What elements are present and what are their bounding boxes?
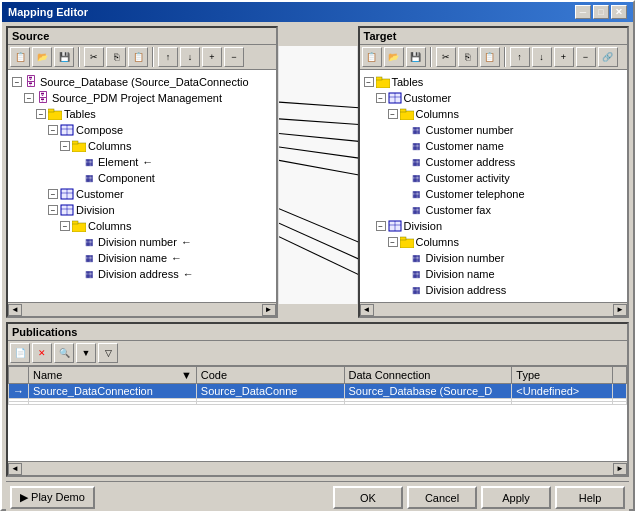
- pub-filter2-btn[interactable]: ▽: [98, 343, 118, 363]
- list-item[interactable]: − Tables: [12, 106, 272, 122]
- col-header-dataconn[interactable]: Data Connection: [344, 367, 512, 384]
- scroll-left-btn[interactable]: ◄: [360, 304, 374, 316]
- list-item[interactable]: − Compose: [12, 122, 272, 138]
- source-up-btn[interactable]: ↑: [158, 47, 178, 67]
- target-paste-btn[interactable]: 📋: [480, 47, 500, 67]
- expand-icon[interactable]: −: [60, 141, 70, 151]
- tree-node-label: Element: [98, 156, 138, 168]
- expand-icon[interactable]: −: [24, 93, 34, 103]
- list-item[interactable]: ▦ Division number: [364, 250, 624, 266]
- source-tree[interactable]: − 🗄 Source_Database (Source_DataConnecti…: [8, 70, 276, 302]
- publications-header: Publications: [8, 324, 627, 341]
- play-demo-button[interactable]: ▶ Play Demo: [10, 486, 95, 509]
- list-item[interactable]: − 🗄 Source_Database (Source_DataConnecti…: [12, 74, 272, 90]
- target-hscroll[interactable]: ◄ ►: [360, 302, 628, 316]
- pub-search-btn[interactable]: 🔍: [54, 343, 74, 363]
- source-copy-btn[interactable]: ⎘: [106, 47, 126, 67]
- tree-node-label: Customer activity: [426, 172, 510, 184]
- list-item[interactable]: − Columns: [364, 106, 624, 122]
- maximize-button[interactable]: □: [593, 5, 609, 19]
- target-link-btn[interactable]: 🔗: [598, 47, 618, 67]
- mapping-lines: [279, 46, 359, 304]
- source-collapse-btn[interactable]: −: [224, 47, 244, 67]
- target-collapse-btn[interactable]: −: [576, 47, 596, 67]
- source-hscroll[interactable]: ◄ ►: [8, 302, 276, 316]
- expand-icon[interactable]: −: [48, 125, 58, 135]
- list-item[interactable]: ▦ Division name ←: [12, 250, 272, 266]
- tree-node-label: Customer fax: [426, 204, 491, 216]
- list-item[interactable]: ▦ Customer number: [364, 122, 624, 138]
- minimize-button[interactable]: ─: [575, 5, 591, 19]
- table-row[interactable]: [9, 402, 627, 405]
- col-header-code[interactable]: Code: [196, 367, 344, 384]
- target-down-btn[interactable]: ↓: [532, 47, 552, 67]
- list-item[interactable]: ▦ Customer name: [364, 138, 624, 154]
- apply-button[interactable]: Apply: [481, 486, 551, 509]
- source-expand-btn[interactable]: +: [202, 47, 222, 67]
- list-item[interactable]: − Tables: [364, 74, 624, 90]
- list-item[interactable]: ▦ Component: [12, 170, 272, 186]
- source-cut-btn[interactable]: ✂: [84, 47, 104, 67]
- expand-icon[interactable]: −: [376, 221, 386, 231]
- source-down-btn[interactable]: ↓: [180, 47, 200, 67]
- target-up-btn[interactable]: ↑: [510, 47, 530, 67]
- list-item[interactable]: ▦ Division address ←: [12, 266, 272, 282]
- expand-icon[interactable]: −: [376, 93, 386, 103]
- scroll-right-btn[interactable]: ►: [613, 304, 627, 316]
- pub-hscroll[interactable]: ◄ ►: [8, 461, 627, 475]
- list-item[interactable]: ▦ Division address: [364, 282, 624, 298]
- target-new-btn[interactable]: 📋: [362, 47, 382, 67]
- list-item[interactable]: ▦ Division number ←: [12, 234, 272, 250]
- list-item[interactable]: ▦ Customer fax: [364, 202, 624, 218]
- list-item[interactable]: ▦ Customer activity: [364, 170, 624, 186]
- svg-line-15: [279, 102, 359, 108]
- expand-icon[interactable]: −: [36, 109, 46, 119]
- scroll-right-btn[interactable]: ►: [262, 304, 276, 316]
- list-item[interactable]: ▦ Division name: [364, 266, 624, 282]
- scroll-left-btn[interactable]: ◄: [8, 463, 22, 475]
- target-open-btn[interactable]: 📂: [384, 47, 404, 67]
- list-item[interactable]: − Columns: [364, 234, 624, 250]
- scroll-right-btn[interactable]: ►: [613, 463, 627, 475]
- target-expand-btn[interactable]: +: [554, 47, 574, 67]
- pub-filter-btn[interactable]: ▼: [76, 343, 96, 363]
- table-row[interactable]: → Source_DataConnection Source_DataConne…: [9, 384, 627, 399]
- col-header-name[interactable]: Name ▼: [29, 367, 197, 384]
- help-button[interactable]: Help: [555, 486, 625, 509]
- close-button[interactable]: ✕: [611, 5, 627, 19]
- expand-icon[interactable]: −: [48, 189, 58, 199]
- col-header-type[interactable]: Type: [512, 367, 613, 384]
- expand-icon[interactable]: −: [12, 77, 22, 87]
- source-new-btn[interactable]: 📋: [10, 47, 30, 67]
- list-item[interactable]: ▦ Customer telephone: [364, 186, 624, 202]
- source-open-btn[interactable]: 📂: [32, 47, 52, 67]
- mapping-area: [278, 46, 358, 304]
- pub-delete-btn[interactable]: ✕: [32, 343, 52, 363]
- publications-table[interactable]: Name ▼ Code Data Connection Type → S: [8, 366, 627, 461]
- list-item[interactable]: − 🗄 Source_PDM Project Management: [12, 90, 272, 106]
- expand-icon[interactable]: −: [364, 77, 374, 87]
- list-item[interactable]: ▦ Customer address: [364, 154, 624, 170]
- ok-button[interactable]: OK: [333, 486, 403, 509]
- target-tree[interactable]: − Tables − Customer: [360, 70, 628, 302]
- list-item[interactable]: ▦ Element ←: [12, 154, 272, 170]
- expand-icon[interactable]: −: [48, 205, 58, 215]
- cancel-button[interactable]: Cancel: [407, 486, 477, 509]
- target-save-btn[interactable]: 💾: [406, 47, 426, 67]
- list-item[interactable]: − Columns: [12, 218, 272, 234]
- pub-new-btn[interactable]: 📄: [10, 343, 30, 363]
- list-item[interactable]: − Customer: [364, 90, 624, 106]
- list-item[interactable]: − Customer: [12, 186, 272, 202]
- expand-icon[interactable]: −: [388, 109, 398, 119]
- scroll-left-btn[interactable]: ◄: [8, 304, 22, 316]
- list-item[interactable]: − Columns: [12, 138, 272, 154]
- target-cut-btn[interactable]: ✂: [436, 47, 456, 67]
- expand-icon[interactable]: −: [388, 237, 398, 247]
- tree-node-label: Source_Database (Source_DataConnectio: [40, 76, 249, 88]
- list-item[interactable]: − Division: [12, 202, 272, 218]
- expand-icon[interactable]: −: [60, 221, 70, 231]
- source-paste-btn[interactable]: 📋: [128, 47, 148, 67]
- list-item[interactable]: − Division: [364, 218, 624, 234]
- source-save-btn[interactable]: 💾: [54, 47, 74, 67]
- target-copy-btn[interactable]: ⎘: [458, 47, 478, 67]
